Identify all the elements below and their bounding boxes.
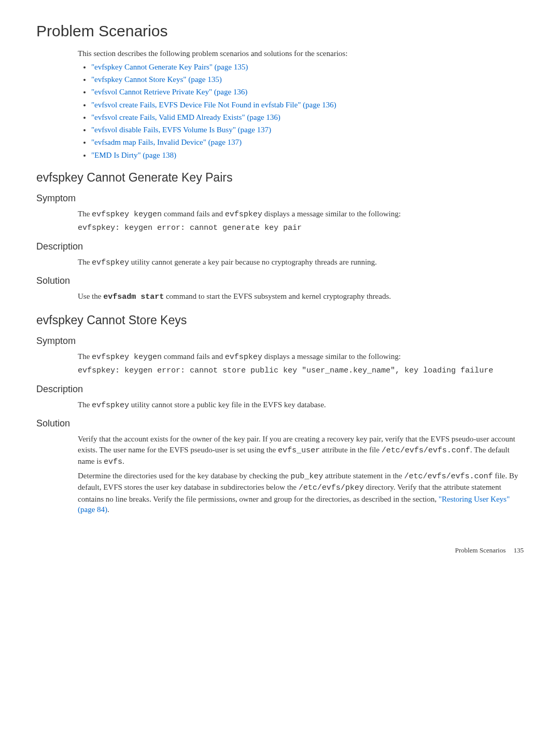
text-fragment: displays a message similar to the follow…	[262, 352, 401, 361]
text-fragment: The	[78, 258, 92, 266]
symptom-text: The evfspkey keygen command fails and ev…	[78, 209, 524, 220]
solution-text: Use the evfsadm start command to start t…	[78, 291, 524, 302]
toc-link-5[interactable]: "evfsvol create Fails, Valid EMD Already…	[91, 113, 281, 121]
text-fragment: attribute statement in the	[323, 472, 404, 480]
code-inline: evfspkey	[92, 258, 129, 267]
description-text: The evfspkey utility cannot generate a k…	[78, 257, 524, 268]
code-inline: evfspkey	[225, 210, 262, 219]
toc-item: "evfspkey Cannot Generate Key Pairs" (pa…	[91, 62, 524, 72]
toc-link-6[interactable]: "evfsvol disable Fails, EVFS Volume Is B…	[91, 126, 271, 134]
toc-link-7[interactable]: "evfsadm map Fails, Invalid Device" (pag…	[91, 138, 242, 146]
intro-text: This section describes the following pro…	[78, 48, 524, 59]
toc-item: "evfsvol disable Fails, EVFS Volume Is B…	[91, 125, 524, 135]
text-fragment: The	[78, 210, 92, 218]
code-inline: evfs_user	[278, 446, 320, 455]
text-fragment: displays a message similar to the follow…	[262, 210, 401, 218]
text-fragment: The	[78, 400, 92, 409]
description-text: The evfspkey utility cannot store a publ…	[78, 399, 524, 411]
toc-link-3[interactable]: "evfsvol Cannot Retrieve Private Key" (p…	[91, 88, 247, 96]
footer-page-number: 135	[514, 546, 524, 554]
code-inline: evfspkey	[225, 353, 262, 362]
toc-link-1[interactable]: "evfspkey Cannot Generate Key Pairs" (pa…	[91, 63, 248, 71]
toc-item: "evfspkey Cannot Store Keys" (page 135)	[91, 74, 524, 85]
code-inline: evfs	[104, 458, 122, 466]
description-heading: Description	[36, 240, 524, 253]
solution-heading: Solution	[36, 274, 524, 287]
text-fragment: utility cannot store a public key file i…	[129, 400, 326, 409]
toc-list: "evfspkey Cannot Generate Key Pairs" (pa…	[78, 62, 524, 160]
text-fragment: command fails and	[162, 352, 225, 361]
symptom-heading: Symptom	[36, 335, 524, 347]
symptom-text: The evfspkey keygen command fails and ev…	[78, 351, 524, 363]
toc-item: "evfsadm map Fails, Invalid Device" (pag…	[91, 137, 524, 147]
toc-item: "evfsvol Cannot Retrieve Private Key" (p…	[91, 87, 524, 97]
code-inline: pub_key	[290, 472, 323, 481]
symptom-heading: Symptom	[36, 192, 524, 204]
toc-item: "evfsvol create Fails, EVFS Device File …	[91, 100, 524, 110]
page-footer: Problem Scenarios 135	[36, 546, 524, 555]
text-fragment: Determine the directories used for the k…	[78, 472, 290, 480]
code-inline-bold: evfsadm start	[103, 293, 164, 301]
text-fragment: command to start the EVFS subsystem and …	[164, 292, 391, 300]
toc-link-4[interactable]: "evfsvol create Fails, EVFS Device File …	[91, 101, 337, 109]
text-fragment: attribute in the file	[320, 446, 382, 454]
code-inline: /etc/evfs/evfs.conf	[382, 446, 470, 455]
code-output: evfspkey: keygen error: cannot store pub…	[78, 366, 524, 376]
toc-item: "evfsvol create Fails, Valid EMD Already…	[91, 112, 524, 122]
solution-heading: Solution	[36, 417, 524, 430]
code-output: evfspkey: keygen error: cannot generate …	[78, 223, 524, 233]
text-fragment: .	[107, 505, 109, 514]
section-heading-store-keys: evfspkey Cannot Store Keys	[36, 312, 524, 328]
code-inline: /etc/evfs/pkey	[299, 483, 364, 492]
description-heading: Description	[36, 383, 524, 395]
section-heading-generate-pairs: evfspkey Cannot Generate Key Pairs	[36, 170, 524, 186]
page-title: Problem Scenarios	[36, 21, 524, 42]
text-fragment: command fails and	[162, 210, 225, 218]
code-inline: evfspkey keygen	[92, 353, 162, 362]
footer-label: Problem Scenarios	[455, 546, 506, 554]
text-fragment: utility cannot generate a key pair becau…	[129, 258, 377, 266]
solution-text-p2: Determine the directories used for the k…	[78, 471, 524, 515]
code-inline: evfspkey keygen	[92, 210, 162, 219]
solution-text-p1: Verify that the account exists for the o…	[78, 434, 524, 467]
code-inline: evfspkey	[92, 401, 129, 410]
text-fragment: Use the	[78, 292, 103, 300]
code-inline: /etc/evfs/evfs.conf	[404, 472, 493, 481]
text-fragment: The	[78, 352, 92, 361]
text-fragment: .	[122, 457, 124, 465]
toc-item: "EMD Is Dirty" (page 138)	[91, 150, 524, 160]
toc-link-2[interactable]: "evfspkey Cannot Store Keys" (page 135)	[91, 75, 222, 84]
toc-link-8[interactable]: "EMD Is Dirty" (page 138)	[91, 151, 176, 159]
